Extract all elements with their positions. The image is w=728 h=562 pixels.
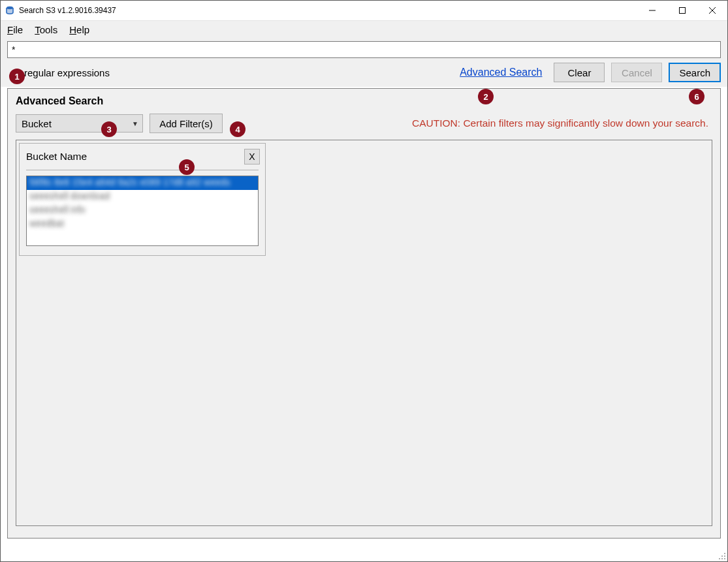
add-filter-button[interactable]: Add Filter(s) [150, 114, 223, 133]
list-item[interactable]: weedbat [27, 217, 258, 231]
annotation-badge-5: 5 [179, 159, 195, 175]
filter-type-select[interactable]: Bucket ▼ [16, 114, 143, 133]
window-title: Search S3 v1.2.9016.39437 [19, 6, 637, 15]
svg-rect-2 [680, 8, 686, 14]
svg-point-0 [7, 7, 13, 9]
regex-checkbox-area: se regular expressions [7, 67, 453, 78]
menu-help[interactable]: Help [69, 24, 89, 35]
filter-card-close-button[interactable]: X [244, 149, 260, 164]
cancel-button[interactable]: Cancel [611, 63, 662, 82]
annotation-badge-2: 2 [478, 89, 494, 104]
annotation-badge-4: 4 [230, 121, 245, 137]
chevron-down-icon: ▼ [132, 120, 138, 127]
search-row [1, 39, 727, 58]
search-input[interactable] [7, 41, 721, 58]
resize-grip[interactable] [717, 551, 726, 560]
maximize-button[interactable] [667, 1, 697, 20]
filter-card-title: Bucket Name [26, 151, 87, 163]
divider [26, 170, 259, 170]
annotation-badge-6: 6 [689, 89, 704, 104]
list-item[interactable]: seeeshell info [27, 204, 258, 217]
bucket-list[interactable]: 56f8c 8e6 15e4 a64d 9a2c e089 17d8 a92 w… [26, 176, 259, 246]
bucket-filter-card: Bucket Name X 56f8c 8e6 15e4 a64d 9a2c e… [19, 143, 266, 256]
filters-area: Bucket Name X 56f8c 8e6 15e4 a64d 9a2c e… [16, 140, 712, 526]
filter-type-value: Bucket [22, 118, 52, 129]
advanced-search-panel: Advanced Search Bucket ▼ Add Filter(s) C… [7, 88, 721, 539]
controls-row: se regular expressions Advanced Search C… [1, 58, 727, 87]
annotation-badge-1: 1 [9, 69, 25, 84]
list-item[interactable]: 56f8c 8e6 15e4 a64d 9a2c e089 17d8 a92 w… [27, 176, 258, 190]
advanced-search-title: Advanced Search [8, 89, 720, 111]
list-item[interactable]: seeeshell download [27, 190, 258, 204]
menubar: File Tools Help [1, 20, 727, 39]
caution-text: CAUTION: Certain filters may significant… [412, 117, 712, 129]
annotation-badge-3: 3 [101, 121, 117, 137]
clear-button[interactable]: Clear [554, 63, 605, 82]
minimize-button[interactable] [637, 1, 667, 20]
titlebar: Search S3 v1.2.9016.39437 [1, 1, 727, 20]
window-controls [637, 1, 727, 20]
search-button[interactable]: Search [669, 63, 721, 82]
menu-tools[interactable]: Tools [35, 24, 57, 35]
app-icon [5, 5, 15, 16]
advanced-search-link[interactable]: Advanced Search [460, 67, 542, 78]
regex-checkbox-label: se regular expressions [11, 67, 110, 78]
menu-file[interactable]: File [7, 24, 23, 35]
close-button[interactable] [697, 1, 727, 20]
